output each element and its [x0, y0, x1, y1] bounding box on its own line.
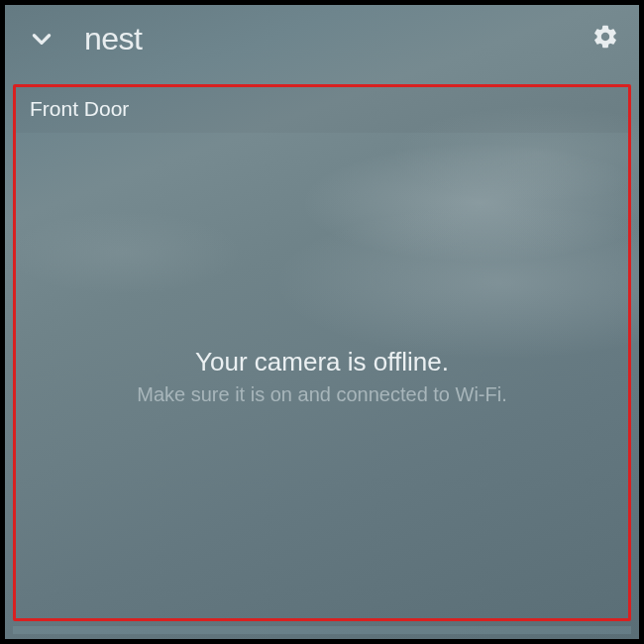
status-title: Your camera is offline.: [195, 347, 449, 377]
camera-card[interactable]: Front Door Your camera is offline. Make …: [13, 84, 631, 621]
settings-button[interactable]: [591, 23, 619, 54]
gear-icon: [591, 23, 619, 54]
camera-body: Your camera is offline. Make sure it is …: [16, 135, 628, 618]
camera-name: Front Door: [30, 97, 614, 121]
brand-logo[interactable]: nest: [84, 21, 142, 57]
camera-header: Front Door: [16, 87, 628, 133]
status-subtitle: Make sure it is on and connected to Wi-F…: [137, 383, 507, 406]
app-container: nest Front Door Your camera is offline. …: [0, 0, 644, 644]
bottom-strip: [13, 626, 631, 634]
top-bar: nest: [5, 5, 639, 72]
top-bar-left: nest: [29, 21, 142, 57]
chevron-down-icon[interactable]: [29, 26, 54, 52]
